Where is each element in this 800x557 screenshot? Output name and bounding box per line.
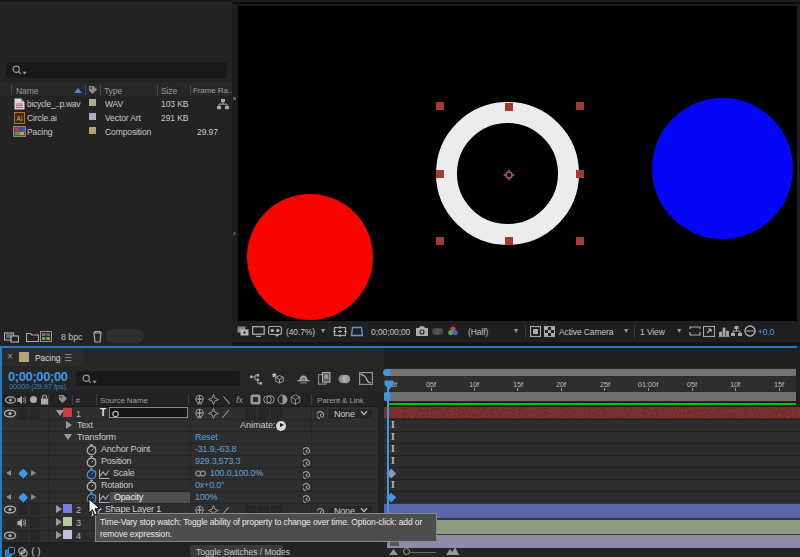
svg-text:Ai: Ai xyxy=(17,115,23,122)
